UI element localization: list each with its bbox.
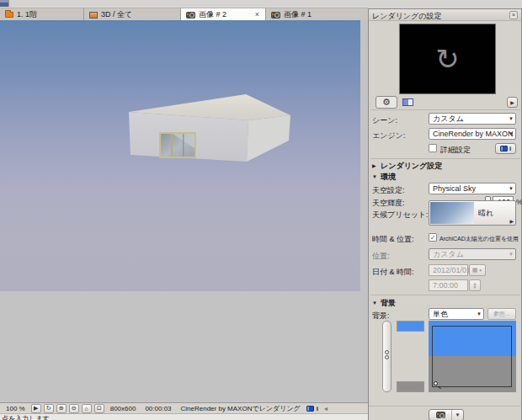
info-icon: i xyxy=(509,145,511,152)
tab-label: 画像 # 1 xyxy=(284,9,312,20)
section-background[interactable]: ▼背景 xyxy=(372,298,396,309)
clipped-toolbar-icon xyxy=(0,0,9,7)
archicad-window: 1. 1階 3D / 全て 画像 # 2 × 画像 # 1 xyxy=(0,0,522,420)
cinerender-icon xyxy=(500,146,508,152)
time-position-label: 時間 & 位置: xyxy=(372,234,414,245)
refresh-icon[interactable]: ↻ xyxy=(435,45,460,73)
render-size: 800x600 xyxy=(107,405,140,412)
chain-link-icon xyxy=(385,355,389,359)
zoom-flyout-button[interactable]: ▶ xyxy=(31,404,41,413)
chevron-down-icon: ▼ xyxy=(509,186,514,191)
section-label: 背景 xyxy=(381,299,396,307)
settings-tool-button[interactable]: ⚙ xyxy=(376,96,397,109)
weather-preset-button[interactable]: 晴れ ▶ xyxy=(429,200,516,226)
scroll-left-icon[interactable]: ◂ xyxy=(321,405,331,412)
chevron-down-icon: ▼ xyxy=(478,268,482,273)
camera-icon xyxy=(436,412,445,418)
fit-window-button[interactable]: ⊡ xyxy=(94,404,104,413)
separator xyxy=(369,406,522,407)
tab-label: 1. 1階 xyxy=(17,9,37,20)
weather-value: 晴れ xyxy=(478,208,493,219)
tab-floor-plan[interactable]: 1. 1階 xyxy=(0,8,84,21)
tab-close-icon[interactable]: × xyxy=(254,11,260,19)
sky-thumbnail xyxy=(430,202,474,224)
window-mullion xyxy=(183,134,184,157)
chevron-right-icon: ▶ xyxy=(372,162,381,168)
background-value: 単色 xyxy=(433,309,448,320)
engine-label: エンジン: xyxy=(372,130,405,141)
chevron-down-icon: ▼ xyxy=(509,252,514,257)
cinerender-icon xyxy=(306,406,314,412)
chevron-down-icon: ▼ xyxy=(509,116,514,121)
zoom-level[interactable]: 100 % xyxy=(3,405,29,412)
location-label: 位置: xyxy=(372,251,390,262)
calendar-icon: ▦ xyxy=(472,267,478,274)
panel-title-bar[interactable]: レンダリングの設定 × xyxy=(369,9,521,21)
panel-flyout-button[interactable]: ▶ xyxy=(507,97,518,108)
section-environment[interactable]: ▼環境 xyxy=(372,172,396,183)
detail-settings-label: 詳細設定 xyxy=(440,145,471,156)
time-field: 7:00:00 xyxy=(429,279,468,291)
background-select[interactable]: 単色 ▼ xyxy=(429,308,484,320)
engine-info-button[interactable]: i xyxy=(495,143,516,154)
preview-layout-icon[interactable] xyxy=(402,98,413,106)
date-field: 2012/01/01 xyxy=(429,264,468,276)
panel-title: レンダリングの設定 xyxy=(372,11,441,22)
tab-3d-all[interactable]: 3D / 全て xyxy=(84,8,181,21)
render-preview[interactable]: ↻ xyxy=(399,24,496,94)
engine-value: CineRender by MAXON xyxy=(433,130,514,138)
time-spinner: ▲ ▼ xyxy=(469,279,481,291)
sky-setting-label: 天空設定: xyxy=(372,185,405,196)
status-bar: 点を入力します。 xyxy=(0,413,368,420)
spin-down-icon: ▼ xyxy=(473,285,477,289)
render-frame-outline xyxy=(432,326,512,387)
render-time: 00:00:03 xyxy=(141,405,174,412)
render-button[interactable]: ▼ xyxy=(429,409,464,420)
home-zoom-button[interactable]: ⌂ xyxy=(82,404,92,413)
detail-settings-checkbox[interactable] xyxy=(429,144,437,152)
section-rendering-settings[interactable]: ▶レンダリング設定 xyxy=(372,161,442,172)
rendering-settings-panel: レンダリングの設定 × ↻ ⚙ ▶ シーン: カスタム ▼ エンジン: Cine… xyxy=(368,8,522,420)
zoom-in-button[interactable]: ⊕ xyxy=(56,404,67,413)
camera-icon xyxy=(186,12,195,19)
separator xyxy=(370,109,520,110)
location-select: カスタム ▼ xyxy=(429,248,516,260)
tab-image-2[interactable]: 画像 # 2 × xyxy=(181,8,266,21)
chevron-down-icon: ▼ xyxy=(372,300,381,306)
section-label: 環境 xyxy=(381,173,396,181)
window-mullion xyxy=(171,134,173,157)
ground-color-swatch[interactable] xyxy=(397,381,424,392)
building-side-face xyxy=(247,115,290,162)
scene-select[interactable]: カスタム ▼ xyxy=(429,113,516,125)
chevron-down-icon: ▼ xyxy=(477,311,482,316)
color-link-slider[interactable] xyxy=(382,321,392,392)
camera-icon xyxy=(271,12,280,19)
background-preview[interactable] xyxy=(429,321,516,392)
location-value: カスタム xyxy=(433,249,464,260)
sun-position-checkbox[interactable]: ✓ xyxy=(429,233,437,242)
browse-button: 参照... xyxy=(487,308,516,320)
monitor-icon xyxy=(89,12,98,19)
sky-setting-value: Physical Sky xyxy=(433,184,476,193)
zoom-update-button[interactable]: ↻ xyxy=(44,404,54,413)
scene-label: シーン: xyxy=(372,115,397,126)
sky-setting-select[interactable]: Physical Sky ▼ xyxy=(429,183,516,194)
chain-link-icon xyxy=(385,350,389,354)
percent-label: % xyxy=(516,198,522,206)
building-model xyxy=(0,20,360,291)
panel-close-icon[interactable]: × xyxy=(509,11,518,19)
viewport-toolbar: 100 % ▶ ↻ ⊕ ⊖ ⌂ ⊡ 800x600 00:00:03 CineR… xyxy=(0,402,368,413)
zoom-out-button[interactable]: ⊖ xyxy=(69,404,79,413)
section-label: レンダリング設定 xyxy=(381,162,442,170)
status-text: 点を入力します。 xyxy=(2,414,56,420)
render-viewport[interactable] xyxy=(0,20,368,402)
eyedropper-cursor xyxy=(434,381,438,385)
engine-select[interactable]: CineRender by MAXON ▼ xyxy=(429,128,516,140)
weather-preset-label: 天候プリセット: xyxy=(372,210,429,221)
engine-status: CineRender by MAXONでレンダリング xyxy=(178,404,304,413)
sky-color-swatch[interactable] xyxy=(397,321,424,332)
info-icon[interactable]: i xyxy=(317,405,318,412)
tab-image-1[interactable]: 画像 # 1 xyxy=(266,8,368,21)
top-strip xyxy=(0,0,522,8)
render-menu-arrow-icon[interactable]: ▼ xyxy=(452,410,463,420)
